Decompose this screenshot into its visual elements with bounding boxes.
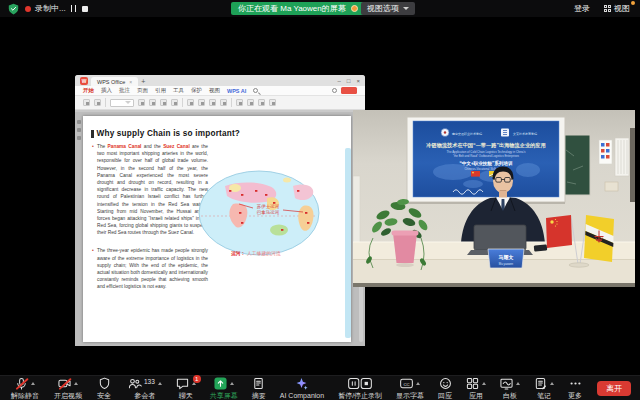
login-button[interactable]: 登录 bbox=[574, 3, 590, 14]
flower-pot bbox=[393, 233, 417, 263]
svg-text:CC: CC bbox=[403, 382, 409, 387]
chevron-up-icon bbox=[516, 382, 520, 385]
slide-china-flag bbox=[471, 171, 480, 177]
name-placard: 马耀文 Ma yaowen bbox=[488, 249, 524, 268]
participants-count: 133 bbox=[144, 378, 155, 385]
ai-companion-button[interactable]: AI Companion bbox=[278, 376, 326, 400]
chat-badge: 1 bbox=[193, 375, 201, 383]
participants-button[interactable]: 133 参会者 bbox=[126, 376, 164, 400]
wps-menu-page[interactable]: 页面 bbox=[137, 87, 148, 94]
wps-tool-icon[interactable] bbox=[149, 99, 156, 106]
wps-tool-icon[interactable] bbox=[171, 99, 178, 106]
wps-menu-comment[interactable]: 批注 bbox=[119, 87, 130, 94]
wps-tool-icon[interactable] bbox=[220, 99, 227, 106]
slide bbox=[413, 121, 559, 197]
chat-icon bbox=[176, 377, 189, 390]
wps-tool-icon[interactable] bbox=[187, 99, 194, 106]
wps-menu-home[interactable]: 开始 bbox=[83, 87, 94, 94]
wps-menu-protect[interactable]: 保护 bbox=[191, 87, 202, 94]
wps-tool-icon[interactable] bbox=[138, 99, 145, 106]
doc-paragraph: •The three-year epidemic has made people… bbox=[92, 247, 208, 290]
gear-icon[interactable] bbox=[332, 88, 337, 93]
map-callout-panama: 巴拿马运河 bbox=[257, 210, 280, 215]
stop-recording-button[interactable] bbox=[81, 6, 89, 12]
door-edge bbox=[630, 128, 635, 202]
slide-org1: 南京交通职业技术学院 bbox=[452, 132, 482, 136]
wps-menu-reference[interactable]: 引用 bbox=[155, 87, 166, 94]
world-map-figure: 苏伊士运河 巴拿马运河 运河： 人工修建的河流 bbox=[195, 168, 341, 260]
chevron-up-icon bbox=[550, 382, 554, 385]
summary-button[interactable]: 摘要 bbox=[250, 376, 268, 400]
summary-doc-icon bbox=[252, 377, 265, 390]
chevron-up-icon bbox=[416, 382, 420, 385]
reactions-button[interactable]: 回应 bbox=[436, 376, 454, 400]
wps-tool-icon[interactable] bbox=[160, 99, 167, 106]
china-flag bbox=[546, 215, 572, 248]
speaker-video-feed[interactable]: 南京交通职业技术学院 文莱技术教育学院 冷链物流技术在中国“一带一路”出海物流企… bbox=[353, 110, 635, 287]
unmute-button[interactable]: 解除静音 bbox=[9, 376, 41, 400]
title-marker bbox=[91, 130, 94, 138]
smiley-icon bbox=[439, 377, 452, 390]
wps-document-tab[interactable]: WPS Office × bbox=[91, 77, 138, 86]
wps-zoom-dropdown[interactable] bbox=[110, 99, 134, 107]
start-video-button[interactable]: 开启视频 bbox=[52, 376, 84, 400]
keyword-suez-canal: Suez Canal bbox=[163, 144, 190, 149]
search-icon[interactable] bbox=[253, 88, 258, 93]
slide-series-cn: “中文+职业技能”系列培训 bbox=[459, 160, 512, 167]
minimize-window-button[interactable]: – bbox=[338, 78, 341, 84]
wps-menu-insert[interactable]: 插入 bbox=[101, 87, 112, 94]
wps-member-button[interactable] bbox=[341, 87, 357, 94]
flag-stand-base bbox=[569, 263, 589, 267]
wps-toolbar bbox=[75, 96, 365, 110]
recording-label: 录制中... bbox=[35, 3, 66, 14]
close-tab-icon[interactable]: × bbox=[129, 79, 132, 85]
close-window-button[interactable]: × bbox=[356, 78, 360, 84]
view-options-button[interactable]: 视图选项 bbox=[361, 2, 415, 15]
meeting-controls-toolbar: 解除静音 开启视频 安全 133 bbox=[0, 375, 640, 400]
notification-dot bbox=[631, 1, 635, 5]
document-page: Why supply Chain is so important? •The P… bbox=[83, 116, 351, 342]
whiteboard-button[interactable]: 白板 bbox=[498, 376, 522, 400]
slide-title-cn: 冷链物流技术在中国“一带一路”出海物流企业的应用 bbox=[426, 142, 545, 149]
view-layout-button[interactable]: 视图 bbox=[604, 3, 630, 14]
leave-meeting-button[interactable]: 离开 bbox=[597, 381, 631, 396]
notes-button[interactable]: 笔记 bbox=[532, 376, 556, 400]
projection-screen: 南京交通职业技术学院 文莱技术教育学院 冷链物流技术在中国“一带一路”出海物流企… bbox=[407, 117, 565, 204]
zoom-meeting-window: 录制中... 你正在观看 Ma Yaowen的屏幕 视图选项 登录 视图 W bbox=[0, 0, 640, 400]
wps-tool-icon[interactable] bbox=[198, 99, 205, 106]
maximize-window-button[interactable]: □ bbox=[347, 78, 351, 84]
pause-stop-recording-button[interactable]: 暂停/停止录制 bbox=[336, 376, 384, 400]
new-tab-button[interactable]: + bbox=[141, 78, 145, 85]
ai-sparkle-icon bbox=[295, 377, 308, 390]
wps-menubar: 开始 插入 批注 页面 引用 工具 保护 视图 WPS AI bbox=[75, 86, 365, 96]
chevron-up-icon bbox=[31, 382, 35, 385]
map-caption-keyword: 运河： bbox=[231, 250, 245, 257]
wps-tool-icon[interactable] bbox=[83, 99, 90, 106]
meeting-topbar: 录制中... 你正在观看 Ma Yaowen的屏幕 视图选项 登录 视图 bbox=[0, 0, 640, 17]
wps-tool-icon[interactable] bbox=[258, 99, 265, 106]
wps-ai-menu[interactable]: WPS AI bbox=[227, 88, 246, 94]
wps-tool-icon[interactable] bbox=[247, 99, 254, 106]
wps-titlebar: W WPS Office × + – □ × bbox=[75, 75, 365, 86]
pause-recording-button[interactable] bbox=[70, 5, 77, 12]
wps-menu-view[interactable]: 视图 bbox=[209, 87, 220, 94]
banner-indicator-icon bbox=[351, 5, 358, 12]
chat-button[interactable]: 1 聊天 bbox=[174, 376, 198, 400]
stop-icon bbox=[82, 6, 88, 12]
apps-button[interactable]: 应用 bbox=[464, 376, 488, 400]
meeting-security-shield-icon[interactable] bbox=[8, 3, 19, 15]
security-button[interactable]: 安全 bbox=[95, 376, 113, 400]
captions-button[interactable]: CC 显示字幕 bbox=[394, 376, 426, 400]
wps-side-panel-icons[interactable] bbox=[77, 120, 81, 140]
share-screen-button[interactable]: 共享屏幕 bbox=[208, 376, 240, 400]
doc-paragraph: •The Panama Canal and the Suez Canal are… bbox=[92, 143, 208, 236]
wps-menu-tools[interactable]: 工具 bbox=[173, 87, 184, 94]
brunei-flag bbox=[584, 215, 614, 262]
recording-indicator: 录制中... bbox=[25, 3, 89, 14]
wps-tool-icon[interactable] bbox=[209, 99, 216, 106]
wps-tool-icon[interactable] bbox=[269, 99, 276, 106]
chalkboard bbox=[562, 135, 590, 195]
wps-tool-icon[interactable] bbox=[94, 99, 101, 106]
more-button[interactable]: 更多 bbox=[566, 376, 584, 400]
wps-tool-icon[interactable] bbox=[236, 99, 243, 106]
